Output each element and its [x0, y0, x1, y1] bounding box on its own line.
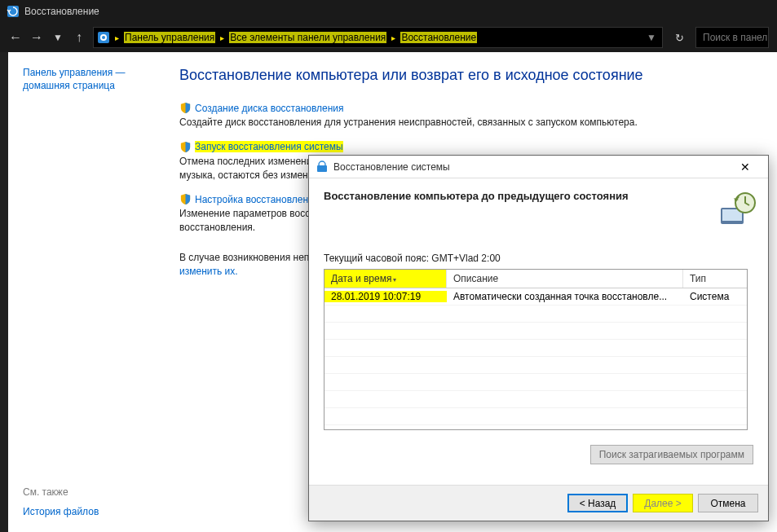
restore-points-table: Дата и время▾ Описание Тип 28.01.2019 10… — [324, 269, 748, 430]
timezone-label: Текущий часовой пояс: GMT+Vlad 2:00 — [324, 253, 753, 264]
svg-rect-4 — [317, 165, 327, 172]
cancel-button[interactable]: Отмена — [698, 494, 758, 512]
table-row[interactable] — [324, 340, 747, 357]
table-row[interactable] — [324, 357, 747, 374]
cell-type: Система — [683, 291, 747, 302]
restore-icon — [316, 160, 329, 174]
breadcrumb-sep-icon: ▸ — [391, 33, 395, 42]
back-button[interactable]: < Назад — [567, 494, 628, 512]
recovery-icon — [7, 5, 20, 18]
table-header: Дата и время▾ Описание Тип — [324, 270, 747, 288]
affected-programs-button[interactable]: Поиск затрагиваемых программ — [590, 445, 753, 464]
shield-icon — [179, 193, 192, 205]
search-input[interactable]: Поиск в панели — [695, 27, 769, 48]
option-link[interactable]: Запуск восстановления системы — [195, 141, 343, 152]
col-type[interactable]: Тип — [683, 270, 747, 288]
shield-icon — [179, 141, 192, 153]
cpl-icon — [97, 31, 110, 44]
cell-date-time: 28.01.2019 10:07:19 — [324, 291, 447, 302]
nav-history-icon[interactable]: ▼ — [51, 32, 65, 43]
breadcrumb-sep-icon: ▸ — [115, 33, 119, 42]
svg-point-3 — [102, 36, 105, 39]
breadcrumb-item[interactable]: Панель управления — [124, 32, 215, 43]
option-create-recovery-drive: Создание диска восстановления Создайте д… — [179, 102, 761, 130]
dialog-footer: < Назад Далее > Отмена — [309, 485, 768, 521]
dialog-title: Восстановление системы — [333, 161, 724, 173]
table-row[interactable] — [324, 323, 747, 340]
dialog-body: Восстановление компьютера до предыдущего… — [309, 178, 768, 486]
file-history-link[interactable]: История файлов — [23, 506, 99, 517]
table-row[interactable] — [324, 306, 747, 323]
table-row[interactable] — [324, 408, 747, 425]
table-row[interactable] — [324, 391, 747, 408]
restore-illustration-icon — [717, 190, 757, 229]
see-also-label: См. также — [23, 486, 99, 498]
col-date-time[interactable]: Дата и время▾ — [324, 270, 447, 288]
table-row[interactable]: 28.01.2019 10:07:19 Автоматически создан… — [324, 288, 747, 306]
option-link[interactable]: Создание диска восстановления — [195, 103, 344, 114]
sidepane: Панель управления — домашняя страница См… — [8, 52, 179, 532]
system-restore-dialog: Восстановление системы ✕ Восстановление … — [308, 155, 769, 521]
dialog-titlebar: Восстановление системы ✕ — [309, 156, 768, 178]
sort-desc-icon: ▾ — [393, 276, 396, 284]
breadcrumb-item[interactable]: Все элементы панели управления — [229, 32, 386, 43]
window-title: Восстановление — [24, 6, 99, 17]
dialog-subtitle: Восстановление компьютера до предыдущего… — [324, 190, 753, 202]
close-icon[interactable]: ✕ — [729, 160, 762, 174]
nav-up-icon[interactable]: ↑ — [72, 30, 86, 45]
cell-description: Автоматически созданная точка восстановл… — [447, 291, 683, 302]
option-desc: Создайте диск восстановления для устране… — [179, 116, 761, 130]
breadcrumb-item[interactable]: Восстановление — [400, 32, 477, 43]
breadcrumb-sep-icon: ▸ — [220, 33, 224, 42]
table-row[interactable] — [324, 374, 747, 391]
address-dropdown-icon[interactable]: ▼ — [644, 32, 659, 43]
page-title: Восстановление компьютера или возврат ег… — [179, 67, 761, 84]
navbar: ← → ▼ ↑ ▸ Панель управления ▸ Все элемен… — [0, 23, 777, 52]
note-link[interactable]: изменить их. — [179, 266, 238, 277]
window-titlebar: Восстановление — [0, 0, 777, 23]
shield-icon — [179, 102, 192, 114]
side-bottom: См. также История файлов — [23, 486, 99, 517]
address-bar[interactable]: ▸ Панель управления ▸ Все элементы панел… — [93, 27, 663, 48]
refresh-icon[interactable]: ↻ — [669, 32, 689, 44]
nav-back-icon[interactable]: ← — [8, 30, 23, 45]
next-button: Далее > — [633, 494, 693, 512]
col-description[interactable]: Описание — [447, 270, 683, 288]
nav-forward-icon[interactable]: → — [29, 30, 44, 45]
cpl-home-link[interactable]: Панель управления — домашняя страница — [23, 67, 171, 92]
